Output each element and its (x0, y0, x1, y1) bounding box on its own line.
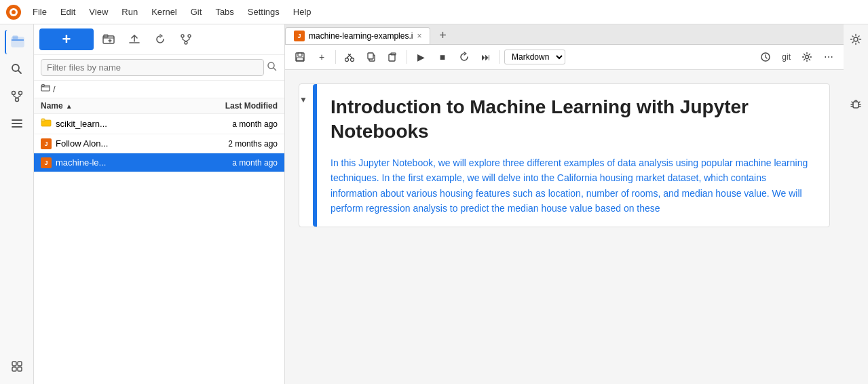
active-tab[interactable]: J machine-learning-examples.i × (285, 27, 430, 44)
menu-view[interactable]: View (83, 4, 113, 20)
folder-icon (41, 117, 52, 130)
svg-rect-4 (13, 36, 18, 39)
svg-point-20 (181, 35, 184, 37)
menu-settings[interactable]: Settings (242, 4, 285, 20)
file-name: J machine-le... (41, 157, 189, 168)
file-name: J Follow Alon... (41, 138, 189, 149)
toolbar-separator (335, 50, 336, 64)
more-options-button[interactable]: ⋯ (819, 47, 838, 66)
cell-text: In this Jupyter Notebook, we will explor… (331, 155, 816, 216)
svg-point-6 (12, 92, 15, 95)
logo (5, 4, 22, 20)
file-name: scikit_learn... (41, 117, 189, 130)
svg-rect-15 (18, 367, 22, 371)
svg-rect-13 (18, 362, 22, 366)
file-modified: 2 months ago (189, 139, 278, 149)
refresh-button[interactable] (149, 28, 171, 50)
sidebar-item-list[interactable] (5, 111, 29, 136)
menu-file[interactable]: File (27, 4, 52, 20)
main-layout: + (0, 24, 868, 384)
search-icon (267, 61, 278, 74)
notebook-tab-icon: J (294, 31, 305, 41)
sidebar-item-search[interactable] (5, 57, 29, 81)
notebook-content: ▼ Introduction to Machine Learning with … (285, 70, 844, 384)
file-toolbar: + (34, 24, 284, 55)
cell-content: Introduction to Machine Learning with Ju… (317, 84, 829, 227)
cut-button[interactable] (340, 47, 359, 66)
menu-kernel[interactable]: Kernel (146, 4, 183, 20)
new-file-button[interactable]: + (39, 28, 94, 50)
svg-point-2 (12, 10, 16, 14)
svg-rect-27 (41, 119, 45, 121)
sidebar-item-files[interactable] (5, 30, 29, 54)
menu-help[interactable]: Help (288, 4, 317, 20)
notebook-toolbar: + (285, 45, 844, 70)
svg-rect-40 (853, 102, 858, 108)
tab-label: machine-learning-examples.i (309, 31, 413, 41)
svg-point-39 (854, 37, 858, 41)
menu-git[interactable]: Git (185, 4, 208, 20)
svg-rect-14 (12, 367, 16, 371)
svg-point-8 (15, 98, 18, 102)
breadcrumb-separator: / (53, 84, 56, 94)
right-panel (844, 24, 868, 384)
file-table-header: Name ▲ Last Modified (34, 98, 284, 114)
svg-point-38 (806, 56, 809, 59)
upload-button[interactable] (124, 28, 145, 50)
fast-forward-button[interactable]: ⏭ (476, 47, 495, 66)
tab-bar: J machine-learning-examples.i × + (285, 24, 844, 45)
column-name[interactable]: Name ▲ (41, 101, 189, 111)
sidebar-item-git[interactable] (5, 84, 29, 109)
file-modified: a month ago (189, 119, 278, 129)
copy-button[interactable] (362, 47, 381, 66)
cell-collapse-icon[interactable]: ▼ (299, 84, 313, 227)
svg-rect-29 (298, 53, 302, 56)
new-folder-button[interactable] (98, 28, 119, 50)
menu-edit[interactable]: Edit (55, 4, 81, 20)
notebook-cell: ▼ Introduction to Machine Learning with … (299, 83, 830, 227)
cell-heading: Introduction to Machine Learning with Ju… (331, 95, 816, 145)
content-area: J machine-learning-examples.i × + + (285, 24, 844, 384)
right-settings-button[interactable] (846, 30, 865, 49)
run-button[interactable]: ▶ (411, 47, 430, 66)
svg-point-21 (188, 35, 191, 37)
right-bug-button[interactable] (846, 95, 865, 114)
git-button[interactable] (175, 28, 197, 50)
menu-run[interactable]: Run (116, 4, 143, 20)
file-table: scikit_learn... a month ago J Follow Alo… (34, 114, 284, 384)
kernel-type-select[interactable]: Markdown Code Raw (504, 50, 565, 64)
search-input[interactable] (41, 59, 264, 76)
paste-button[interactable] (383, 47, 402, 66)
notebook-icon: J (41, 157, 52, 168)
file-row[interactable]: J Follow Alon... 2 months ago (34, 134, 284, 153)
save-button[interactable] (290, 47, 309, 66)
sort-arrow-icon: ▲ (66, 102, 73, 110)
svg-rect-34 (368, 53, 373, 59)
icon-sidebar (0, 24, 34, 384)
column-modified[interactable]: Last Modified (189, 101, 278, 111)
refresh-kernel-button[interactable] (455, 47, 474, 66)
notebook-icon: J (41, 138, 52, 149)
git-label-button[interactable]: git (778, 47, 795, 66)
menubar: File Edit View Run Kernel Git Tabs Setti… (0, 0, 868, 24)
file-row-selected[interactable]: J machine-le... a month ago (34, 153, 284, 172)
folder-icon-small (41, 83, 50, 95)
sidebar-item-extensions[interactable] (5, 354, 29, 379)
stop-button[interactable]: ■ (433, 47, 452, 66)
svg-point-32 (351, 58, 354, 62)
search-box (34, 55, 284, 81)
svg-rect-12 (12, 362, 16, 366)
file-panel: + (34, 24, 285, 384)
menu-tabs[interactable]: Tabs (210, 4, 239, 20)
svg-point-31 (345, 58, 349, 62)
add-cell-button[interactable]: + (312, 47, 331, 66)
svg-rect-30 (297, 58, 303, 60)
file-row[interactable]: scikit_learn... a month ago (34, 114, 284, 134)
toolbar-separator-3 (499, 50, 500, 64)
svg-point-7 (18, 92, 22, 95)
new-tab-button[interactable]: + (433, 27, 452, 44)
file-modified: a month ago (189, 158, 278, 168)
clock-button[interactable] (756, 47, 775, 66)
settings-button[interactable] (797, 47, 816, 66)
tab-close-button[interactable]: × (417, 31, 421, 41)
